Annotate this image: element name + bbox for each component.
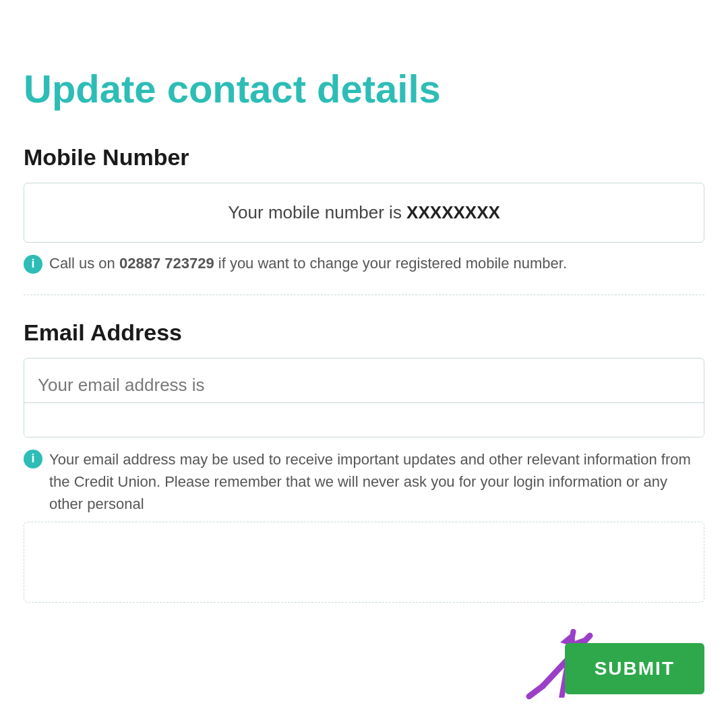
mobile-section-label: Mobile Number <box>24 144 704 171</box>
email-section: Email Address Your email address is i Yo… <box>24 320 704 515</box>
page-title: Update contact details <box>24 67 704 111</box>
mobile-info-text: Call us on 02887 723729 if you want to c… <box>49 253 567 274</box>
continuation-box <box>24 522 704 603</box>
email-section-label: Email Address <box>24 320 704 346</box>
email-disclaimer-text: Your email address may be used to receiv… <box>49 448 704 515</box>
mobile-info-note: i Call us on 02887 723729 if you want to… <box>24 253 704 274</box>
email-display-text: Your email address is <box>24 359 704 402</box>
info-icon-email: i <box>24 450 42 468</box>
info-icon: i <box>24 255 42 274</box>
mobile-section: Mobile Number Your mobile number is XXXX… <box>24 144 704 274</box>
mobile-number-display: Your mobile number is XXXXXXXX <box>24 183 704 243</box>
email-disclaimer: i Your email address may be used to rece… <box>24 448 704 515</box>
email-input[interactable] <box>24 402 704 437</box>
page-container: Update contact details Mobile Number You… <box>0 0 728 728</box>
svg-line-4 <box>529 686 543 696</box>
mobile-masked-number: XXXXXXXX <box>406 202 500 222</box>
submit-button[interactable]: SUBMIT <box>565 643 704 694</box>
email-input-wrapper: Your email address is <box>24 358 704 437</box>
section-divider <box>24 295 704 295</box>
mobile-display-text: Your mobile number is <box>228 202 406 222</box>
